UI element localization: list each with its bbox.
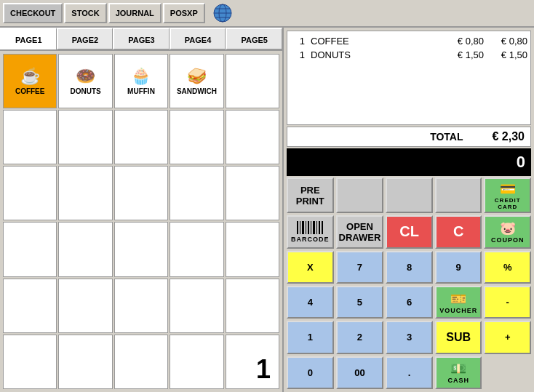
7-label: 7 (357, 262, 362, 273)
total-amount: € 2,30 (493, 130, 525, 143)
empty-key-3 (435, 177, 482, 213)
4-label: 4 (308, 297, 313, 308)
page-tab-4[interactable]: PAGE4 (170, 28, 226, 49)
credit-card-button[interactable]: 💳 CREDIT CARD (484, 177, 531, 213)
product-coffee[interactable]: ☕ COFFEE (3, 54, 57, 108)
product-empty-12[interactable] (3, 222, 57, 276)
minus-label: - (506, 297, 509, 308)
page-tab-5[interactable]: PAGE5 (226, 28, 282, 49)
product-empty-24[interactable] (114, 335, 168, 389)
0-button[interactable]: 0 (287, 356, 334, 389)
product-sandwich[interactable]: 🥪 SANDWICH (170, 54, 223, 108)
2-label: 2 (357, 332, 362, 343)
page-tab-1[interactable]: PAGE1 (0, 28, 57, 49)
1-button[interactable]: 1 (287, 321, 334, 353)
cash-button[interactable]: 💵 CASH (435, 356, 482, 389)
pct-button[interactable]: % (484, 251, 531, 284)
svg-rect-11 (313, 221, 315, 234)
c-button[interactable]: C (435, 215, 482, 248)
product-grid: ☕ COFFEE 🍩 DONUTS 🧁 MUFFIN 🥪 SANDWICH (0, 51, 282, 392)
page-tab-2[interactable]: PAGE2 (57, 28, 113, 49)
dot-label: . (408, 367, 411, 378)
sub-button[interactable]: SUB (435, 321, 482, 353)
open-drawer-button[interactable]: OPEN DRAWER (336, 215, 384, 248)
product-empty-4[interactable] (114, 110, 168, 164)
3-button[interactable]: 3 (386, 321, 433, 353)
product-empty-14[interactable] (114, 222, 168, 276)
5-label: 5 (357, 297, 362, 308)
journal-tab[interactable]: JOURNAL (108, 3, 162, 23)
product-empty-23[interactable] (58, 335, 112, 389)
order-row-1: 1 DONUTS € 1,50 € 1,50 (290, 48, 527, 62)
x-label: X (307, 262, 314, 273)
donuts-icon: 🍩 (76, 67, 95, 86)
product-empty-16[interactable] (226, 222, 279, 276)
coffee-label: COFFEE (15, 87, 45, 95)
pre-print-line2: PRINT (296, 196, 324, 207)
c-label: C (453, 223, 463, 240)
product-empty-18[interactable] (58, 279, 112, 333)
product-donuts[interactable]: 🍩 DONUTS (58, 54, 112, 108)
product-empty-21[interactable] (226, 279, 279, 333)
stock-tab[interactable]: STOCK (64, 3, 106, 23)
coupon-icon: 🐷 (500, 220, 516, 236)
product-empty-6[interactable] (226, 110, 279, 164)
product-empty-1[interactable] (226, 54, 279, 108)
page-tabs: PAGE1 PAGE2 PAGE3 PAGE4 PAGE5 (0, 28, 282, 51)
product-empty-15[interactable] (170, 222, 223, 276)
svg-rect-6 (300, 221, 300, 234)
product-empty-17[interactable] (3, 279, 57, 333)
svg-rect-8 (306, 221, 306, 234)
cash-icon: 💵 (450, 361, 466, 377)
5-button[interactable]: 5 (336, 286, 384, 319)
pre-print-line1: PRE (300, 185, 320, 196)
product-empty-25[interactable] (170, 335, 223, 389)
voucher-button[interactable]: 🎫 VOUCHER (435, 286, 482, 319)
product-muffin[interactable]: 🧁 MUFFIN (114, 54, 168, 108)
7-button[interactable]: 7 (336, 251, 384, 284)
product-empty-19[interactable] (114, 279, 168, 333)
2-button[interactable]: 2 (336, 321, 384, 353)
00-button[interactable]: 00 (336, 356, 384, 389)
product-empty-5[interactable] (170, 110, 223, 164)
pre-print-button[interactable]: PRE PRINT (287, 177, 334, 213)
plus-button[interactable]: + (484, 321, 531, 353)
coupon-button[interactable]: 🐷 COUPON (484, 215, 531, 248)
checkout-tab[interactable]: CHECKOUT (3, 3, 63, 23)
svg-rect-12 (316, 221, 317, 234)
posxp-tab[interactable]: POSXP (163, 3, 205, 23)
product-empty-7[interactable] (3, 166, 57, 220)
minus-button[interactable]: - (484, 286, 531, 319)
product-empty-20[interactable] (170, 279, 223, 333)
product-empty-8[interactable] (58, 166, 112, 220)
pct-label: % (503, 262, 512, 273)
right-panel: 1 COFFEE € 0,80 € 0,80 1 DONUTS € 1,50 €… (284, 28, 534, 392)
open-drawer-line2: DRAWER (339, 232, 381, 243)
globe-icon[interactable] (212, 3, 233, 23)
product-empty-11[interactable] (226, 166, 279, 220)
6-button[interactable]: 6 (386, 286, 433, 319)
product-empty-2[interactable] (3, 110, 57, 164)
order-name-1: DONUTS (311, 49, 440, 60)
4-button[interactable]: 4 (287, 286, 334, 319)
product-empty-9[interactable] (114, 166, 168, 220)
product-empty-13[interactable] (58, 222, 112, 276)
coffee-icon: ☕ (20, 67, 40, 86)
sub-label: SUB (446, 331, 471, 344)
product-empty-10[interactable] (170, 166, 223, 220)
svg-rect-10 (311, 221, 311, 234)
barcode-button[interactable]: BARCODE (287, 215, 334, 248)
x-button[interactable]: X (287, 251, 334, 284)
dot-button[interactable]: . (386, 356, 433, 389)
cl-button[interactable]: CL (386, 215, 433, 248)
8-button[interactable]: 8 (386, 251, 433, 284)
top-nav: CHECKOUT STOCK JOURNAL POSXP (0, 0, 534, 28)
order-qty-1: 1 (290, 49, 305, 60)
product-empty-22[interactable] (3, 335, 57, 389)
voucher-icon: 🎫 (450, 291, 466, 307)
product-empty-26[interactable] (226, 335, 279, 389)
product-empty-3[interactable] (58, 110, 112, 164)
page-tab-3[interactable]: PAGE3 (113, 28, 170, 49)
9-button[interactable]: 9 (435, 251, 482, 284)
8-label: 8 (407, 262, 412, 273)
